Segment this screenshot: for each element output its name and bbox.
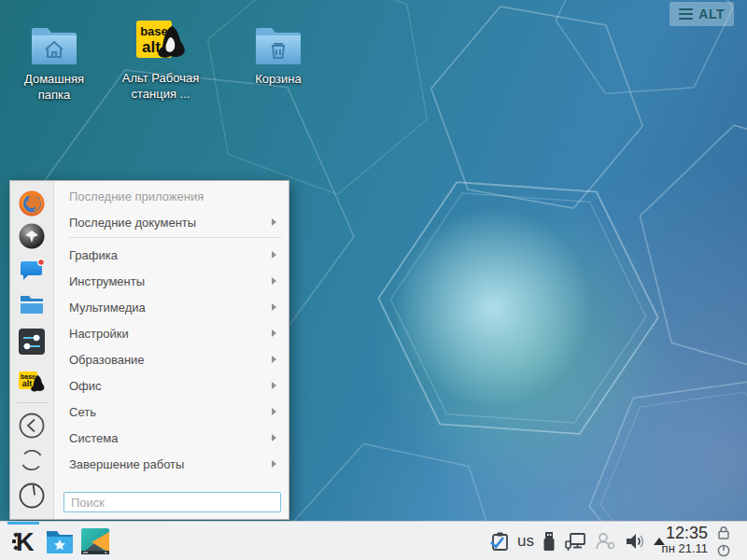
clipboard-icon[interactable] (489, 530, 510, 553)
submenu-arrow-icon (272, 408, 276, 415)
submenu-arrow-icon (272, 460, 276, 468)
svg-text:alt: alt (22, 379, 33, 388)
file-manager-icon[interactable] (18, 290, 46, 318)
kde-menu-button[interactable]: K (6, 522, 41, 560)
kde-logo-icon: K (9, 527, 37, 555)
menu-item-label: Графика (69, 248, 118, 262)
menu-item[interactable]: Система (54, 425, 289, 451)
system-tray: us (489, 522, 665, 560)
removable-media-icon[interactable] (542, 530, 557, 553)
desktop-icon-label: Альт Рабочая станция ... (114, 71, 207, 103)
digital-clock[interactable]: 12:35 пн 21.11 (662, 525, 708, 555)
menu-item-label: Образование (69, 353, 145, 367)
menu-item-label: Мультимедиа (69, 301, 146, 315)
application-menu: base alt Последние приложения Последние … (9, 180, 289, 520)
menu-item-label: Последние документы (69, 216, 196, 230)
claws-mail-icon[interactable] (18, 222, 46, 250)
desktop-icon-alt-workstation[interactable]: base alt Альт Рабочая станция ... (114, 19, 207, 103)
submenu-arrow-icon (272, 218, 276, 226)
desktop-icon-label: Домашняя папка (7, 72, 101, 104)
submenu-arrow-icon (272, 382, 276, 389)
menu-item-label: Инструменты (69, 274, 145, 288)
menu-separator (69, 237, 281, 238)
alt-corner-button-label: ALT (698, 7, 725, 21)
back-icon[interactable] (18, 412, 46, 440)
hamburger-icon (679, 6, 693, 22)
svg-text:base: base (140, 24, 168, 38)
active-indicator (7, 522, 39, 525)
volume-icon[interactable] (624, 530, 646, 553)
submenu-arrow-icon (272, 356, 276, 363)
basealt-logo-icon: base alt (131, 19, 190, 65)
messenger-icon[interactable] (18, 256, 46, 284)
submenu-arrow-icon (272, 277, 276, 285)
menu-item-label: Офис (69, 379, 102, 393)
firefox-icon[interactable] (18, 189, 46, 217)
desktop-icon-trash[interactable]: Корзина (232, 23, 325, 88)
menu-item-label: Система (69, 431, 118, 445)
menu-header-recent-apps: Последние приложения (54, 183, 289, 209)
menu-item-label: Настройки (69, 327, 129, 341)
alt-corner-button[interactable]: ALT (669, 2, 734, 26)
menu-item[interactable]: Сеть (54, 399, 289, 425)
clock-date: пн 21.11 (662, 542, 708, 555)
menu-item-label: Сеть (69, 405, 96, 419)
menu-item[interactable]: Офис (54, 372, 289, 399)
home-folder-icon (30, 23, 78, 66)
folder-star-icon (45, 528, 75, 554)
menu-item-recent-documents[interactable]: Последние документы (54, 209, 289, 235)
svg-text:alt: alt (142, 38, 161, 56)
trash-folder-icon (254, 23, 303, 66)
session-buttons (717, 525, 730, 557)
menu-item[interactable]: Образование (54, 346, 289, 372)
menu-category-list: Графика Инструменты Мультимедиа Настройк… (54, 242, 289, 477)
lock-screen-icon[interactable] (717, 525, 730, 539)
desktop-icon-home[interactable]: Домашняя папка (7, 23, 101, 104)
desktop-icon-label: Корзина (232, 72, 325, 88)
menu-favorites-strip: base alt (10, 181, 54, 519)
menu-item[interactable]: Настройки (54, 320, 289, 346)
submenu-arrow-icon (272, 303, 276, 311)
keyboard-layout-indicator[interactable]: us (517, 532, 534, 551)
user-switcher-icon[interactable] (594, 530, 616, 553)
taskbar-app-button[interactable] (78, 522, 112, 560)
teal-orange-app-icon (80, 527, 110, 555)
switch-user-icon[interactable] (18, 446, 46, 474)
menu-item[interactable]: Мультимедиа (54, 294, 289, 320)
network-icon[interactable] (564, 530, 586, 553)
menu-item[interactable]: Инструменты (54, 268, 289, 294)
menu-item-label: Завершение работы (69, 457, 184, 471)
menu-item[interactable]: Графика (54, 242, 289, 268)
basealt-icon[interactable]: base alt (18, 368, 46, 396)
menu-search-input[interactable] (63, 492, 281, 512)
clock-time: 12:35 (662, 525, 708, 542)
system-settings-icon[interactable] (18, 328, 46, 356)
svg-text:K: K (16, 528, 35, 555)
taskbar: K us (0, 521, 747, 560)
submenu-arrow-icon (272, 329, 276, 337)
leave-session-icon[interactable] (717, 543, 730, 557)
shutdown-icon[interactable] (18, 482, 46, 510)
menu-item-list: Последние приложения Последние документы… (54, 181, 289, 477)
taskbar-files-button[interactable] (43, 522, 77, 560)
menu-item[interactable]: Завершение работы (54, 451, 289, 477)
submenu-arrow-icon (272, 434, 276, 441)
submenu-arrow-icon (272, 251, 276, 259)
favorites-separator (17, 402, 48, 403)
